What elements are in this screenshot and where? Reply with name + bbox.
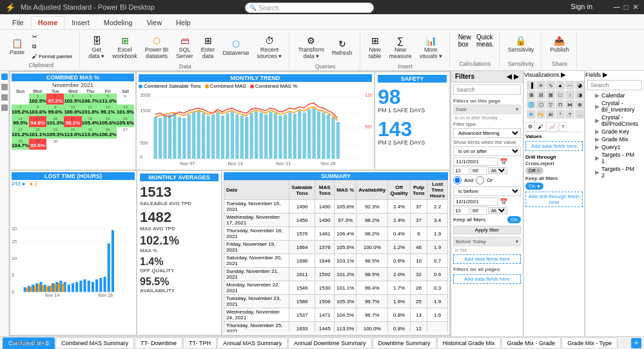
enter-data-button[interactable]: ⊞ Enterdata (198, 32, 219, 62)
add-data-values-btn[interactable]: Add data fields here (525, 141, 583, 151)
time-m-1[interactable] (471, 166, 487, 175)
copy-button[interactable]: ⧉ (29, 42, 75, 52)
or-radio[interactable] (476, 176, 484, 184)
viz-area-icon[interactable]: ▲ (556, 81, 565, 90)
viz-build-tab[interactable]: ⚙ (525, 122, 535, 132)
tab-modeling[interactable]: Modeling (97, 16, 140, 29)
tab-home[interactable]: Home (31, 16, 65, 29)
powerbi-datasets-button[interactable]: ⬡ Power BIdatasets (142, 32, 172, 62)
viz-more-icon[interactable]: … (575, 110, 584, 119)
sidebar-icon-4[interactable] (1, 105, 8, 111)
viz-custom-icon[interactable]: ⁺ (556, 110, 565, 119)
viz-r-icon[interactable]: R (527, 110, 536, 119)
close-icon[interactable]: ✕ (632, 3, 639, 12)
tab-item-combined-mas-summary[interactable]: Combined MAS Summary (55, 337, 134, 349)
transform-button[interactable]: ⚙ Transformdata ▾ (295, 32, 327, 62)
filter-type-select[interactable]: Advanced filtering (453, 128, 521, 138)
field-item[interactable]: ▶Crystal - tbl_Inventory (587, 99, 642, 114)
calendar-icon-1[interactable]: 📅 (500, 158, 507, 165)
viz-expand-icon[interactable]: ▶ (561, 71, 566, 78)
field-item[interactable]: ▶Calendar (587, 92, 642, 99)
tab-item-tt--tph[interactable]: TT- TPH (183, 337, 217, 349)
before-today-label[interactable]: Before Today ▾ (453, 237, 521, 246)
is-before-select[interactable]: is before (453, 186, 521, 196)
field-item[interactable]: ▶Crystal - tbl/ProdCmnts (587, 114, 642, 128)
field-item[interactable]: ▶Grade Key (587, 128, 642, 135)
filter-forward-icon[interactable]: ▶ (514, 73, 519, 80)
tab-view[interactable]: View (139, 16, 169, 29)
paste-button[interactable]: 📋 Paste (6, 35, 28, 58)
format-painter-button[interactable]: 🖌 Format painter (29, 52, 75, 61)
sidebar-icon-3[interactable] (1, 94, 8, 101)
date-input-2[interactable] (453, 197, 498, 206)
viz-help-tab[interactable]: ? (559, 122, 567, 132)
signin-button[interactable]: Sign in (571, 3, 592, 10)
and-radio[interactable] (453, 176, 462, 184)
fields-search-input[interactable] (587, 80, 642, 90)
field-item[interactable]: ▶Targets - PM 1 (587, 151, 642, 165)
viz-qna-icon[interactable]: ? (565, 110, 574, 119)
viz-py-icon[interactable]: Py (536, 110, 545, 119)
tab-item-historical-grade-mix[interactable]: Historical Grade Mix (437, 337, 501, 349)
add-drill-btn[interactable]: Add drill-through fields here (525, 192, 583, 207)
time-h-1[interactable] (453, 166, 469, 175)
quick-measure-button[interactable]: Quickmeas. (476, 32, 495, 49)
viz-waterfall-icon[interactable]: ⊓ (556, 100, 565, 109)
field-item[interactable]: ▶Grade Mix (587, 135, 642, 143)
restore-icon[interactable]: □ (624, 3, 629, 12)
viz-bar-icon[interactable]: ▐ (527, 81, 536, 90)
viz-ai-icon[interactable]: AI (546, 110, 555, 119)
viz-decomp-icon[interactable]: ⊕ (575, 100, 584, 109)
tab-help[interactable]: Help (169, 16, 198, 29)
viz-kpi-icon[interactable]: ↑ (565, 90, 574, 99)
time-m-2[interactable] (471, 206, 487, 215)
cut-button[interactable]: ✂ (29, 32, 75, 41)
viz-line-icon[interactable]: ∿ (546, 81, 555, 90)
date-input-1[interactable] (453, 157, 498, 166)
viz-pie-icon[interactable]: ◕ (575, 81, 584, 90)
apply-filter-button[interactable]: Apply filter (453, 226, 521, 234)
get-data-button[interactable]: 🗄 Getdata ▾ (85, 32, 108, 62)
off-toggle[interactable]: Off ○ (525, 167, 543, 174)
sensitivity-button[interactable]: 🔒 Sensitivity (505, 32, 538, 55)
viz-ribbon-icon[interactable]: ⋈ (565, 100, 574, 109)
tab-item-grade-mix---grade[interactable]: Grade Mix - Grade (502, 337, 561, 349)
tab-item-tt--downtime[interactable]: TT- Downtime (135, 337, 182, 349)
field-item[interactable]: ▶Targets - PM 2 (587, 165, 642, 179)
filter-back-icon[interactable]: ◀ (507, 73, 512, 80)
viz-format-tab[interactable]: 🖌 (536, 122, 546, 132)
viz-stacked-bar-icon[interactable]: ≡ (536, 81, 545, 90)
ampm-1[interactable]: AM (488, 167, 507, 174)
recent-sources-button[interactable]: ⏱ Recentsources ▾ (253, 32, 285, 62)
fields-expand-icon[interactable]: ▶ (603, 71, 608, 78)
on-toggle[interactable]: On ● (525, 183, 543, 190)
new-measure-button[interactable]: ∑ Newmeasure (386, 32, 415, 62)
filter-search-input[interactable] (453, 85, 521, 95)
viz-matrix-icon[interactable]: ⊠ (546, 90, 555, 99)
dataverse-button[interactable]: ⬡ Dataverse (219, 35, 252, 59)
tab-item-grade-mix---type[interactable]: Grade Mix - Type (561, 337, 618, 349)
viz-funnel-icon[interactable]: ▽ (546, 100, 555, 109)
add-data-btn-1[interactable]: Add data fields here (453, 254, 521, 264)
publish-button[interactable]: 📤 Publish (547, 32, 572, 55)
keep-filters-toggle[interactable]: On (507, 216, 521, 223)
search-bar[interactable]: 🔍 Search (245, 3, 374, 13)
tab-insert[interactable]: Insert (64, 16, 97, 29)
sidebar-icon-1[interactable] (1, 74, 8, 80)
viz-filled-map-icon[interactable]: ⬡ (536, 100, 545, 109)
time-h-2[interactable] (453, 206, 469, 215)
sql-button[interactable]: 🗃 SQLServer (173, 32, 197, 62)
excel-button[interactable]: ⊞ Excelworkbook (109, 32, 141, 62)
more-visuals-button[interactable]: 📊 Morevisuals ▾ (416, 32, 445, 62)
viz-analytics-tab[interactable]: 📈 (547, 122, 558, 132)
new-table-button[interactable]: ⊞ Newtable (366, 32, 385, 62)
minimize-icon[interactable]: ─ (614, 2, 620, 12)
viz-card-icon[interactable]: □ (556, 90, 565, 99)
tab-item-downtime-summary[interactable]: Downtime Summary (373, 337, 436, 349)
tab-item-annual-downtime-summary[interactable]: Annual Downtime Summary (288, 337, 372, 349)
calendar-icon-2[interactable]: 📅 (500, 198, 507, 205)
add-data-btn-2[interactable]: Add data fields here (453, 274, 521, 284)
refresh-button[interactable]: ↻ Refresh (329, 35, 356, 59)
viz-table-icon[interactable]: ⊟ (536, 90, 545, 99)
viz-gauge-icon[interactable]: ◑ (575, 90, 584, 99)
